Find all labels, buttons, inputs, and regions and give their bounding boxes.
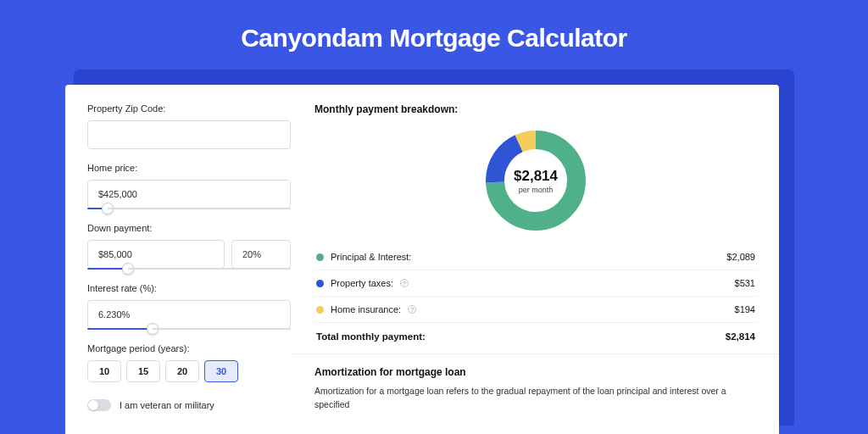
dot-icon bbox=[316, 253, 324, 261]
total-row: Total monthly payment: $2,814 bbox=[314, 323, 757, 353]
slider-thumb-icon[interactable] bbox=[122, 263, 134, 275]
legend-label: Principal & Interest: bbox=[331, 252, 411, 262]
downpayment-pct-input[interactable] bbox=[231, 240, 291, 269]
homeprice-label: Home price: bbox=[87, 163, 291, 173]
hero: Canyondam Mortgage Calculator bbox=[0, 0, 868, 70]
rate-slider[interactable] bbox=[87, 328, 291, 330]
total-value: $2,814 bbox=[726, 331, 755, 342]
veteran-row: I am veteran or military bbox=[87, 399, 291, 411]
dot-icon bbox=[316, 306, 324, 314]
donut-chart: $2,814 per month bbox=[484, 129, 587, 232]
dot-icon bbox=[316, 280, 324, 287]
downpayment-input[interactable] bbox=[87, 240, 225, 269]
page-title: Canyondam Mortgage Calculator bbox=[0, 24, 868, 53]
homeprice-slider[interactable] bbox=[87, 208, 291, 209]
breakdown-heading: Monthly payment breakdown: bbox=[314, 103, 757, 115]
legend-value: $194 bbox=[735, 304, 755, 314]
downpayment-slider[interactable] bbox=[87, 268, 291, 270]
zip-label: Property Zip Code: bbox=[87, 103, 291, 114]
calculator-panel: Property Zip Code: Home price: Down paym… bbox=[65, 85, 779, 434]
legend: Principal & Interest: $2,089 Property ta… bbox=[314, 244, 757, 353]
zip-input[interactable] bbox=[87, 120, 291, 149]
period-label: Mortgage period (years): bbox=[87, 343, 291, 353]
amortization-heading: Amortization for mortgage loan bbox=[314, 366, 757, 378]
period-btn-10[interactable]: 10 bbox=[87, 360, 121, 382]
total-label: Total monthly payment: bbox=[316, 331, 426, 342]
info-icon[interactable]: ? bbox=[408, 305, 416, 314]
period-btn-15[interactable]: 15 bbox=[126, 360, 160, 382]
period-btn-30[interactable]: 30 bbox=[204, 360, 238, 382]
slider-thumb-icon[interactable] bbox=[147, 323, 159, 335]
donut-wrap: $2,814 per month bbox=[314, 124, 757, 244]
breakdown-column: Monthly payment breakdown: $2,814 per mo… bbox=[314, 103, 757, 434]
legend-row-insurance: Home insurance: ? $194 bbox=[314, 297, 757, 323]
legend-value: $2,089 bbox=[726, 252, 755, 262]
rate-field: Interest rate (%): bbox=[87, 283, 291, 330]
slider-thumb-icon[interactable] bbox=[102, 203, 114, 214]
homeprice-input[interactable] bbox=[87, 180, 291, 209]
legend-row-principal: Principal & Interest: $2,089 bbox=[314, 244, 757, 270]
veteran-label: I am veteran or military bbox=[120, 400, 214, 410]
zip-field: Property Zip Code: bbox=[87, 103, 291, 149]
legend-label: Home insurance: bbox=[331, 304, 401, 314]
donut-sub: per month bbox=[519, 186, 554, 194]
downpayment-label: Down payment: bbox=[87, 223, 291, 233]
info-icon[interactable]: ? bbox=[400, 279, 409, 287]
legend-value: $531 bbox=[735, 278, 755, 288]
period-btn-20[interactable]: 20 bbox=[165, 360, 199, 382]
rate-input[interactable] bbox=[87, 300, 291, 329]
rate-label: Interest rate (%): bbox=[87, 283, 291, 293]
amortization-text: Amortization for a mortgage loan refers … bbox=[314, 385, 757, 412]
amortization-section: Amortization for mortgage loan Amortizat… bbox=[314, 354, 757, 412]
legend-label: Property taxes: bbox=[331, 278, 393, 288]
homeprice-field: Home price: bbox=[87, 163, 291, 209]
legend-row-taxes: Property taxes: ? $531 bbox=[314, 270, 757, 297]
donut-amount: $2,814 bbox=[514, 168, 558, 185]
donut-center: $2,814 per month bbox=[484, 129, 587, 232]
panel-shadow: Property Zip Code: Home price: Down paym… bbox=[74, 70, 794, 426]
period-field: Mortgage period (years): 10 15 20 30 bbox=[87, 343, 291, 382]
period-buttons: 10 15 20 30 bbox=[87, 360, 291, 382]
veteran-toggle[interactable] bbox=[87, 399, 111, 411]
downpayment-field: Down payment: bbox=[87, 223, 291, 270]
input-column: Property Zip Code: Home price: Down paym… bbox=[87, 103, 291, 434]
